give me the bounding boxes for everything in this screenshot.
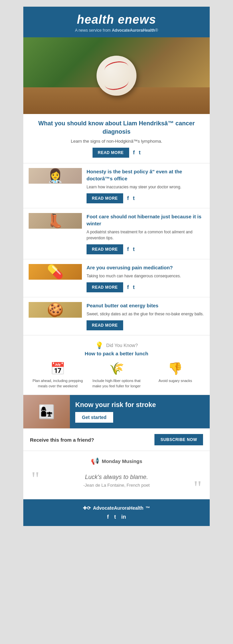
dyk-title: How to pack a better lunch [30, 351, 203, 356]
footer-linkedin-icon[interactable]: in [121, 514, 126, 520]
get-started-button[interactable]: Get started [75, 412, 113, 423]
article-desc-energy: Sweet, sticky dates act as the glue for … [87, 311, 204, 317]
header-brand: AdvocateAuroraHealth [112, 28, 155, 33]
article-item-energy: 🍪 Peanut butter oat energy bites Sweet, … [23, 297, 210, 335]
email-container: health enews A news service from Advocat… [23, 7, 210, 526]
article-thumb-energy: 🍪 [29, 302, 82, 318]
header-subtitle: A news service from AdvocateAuroraHealth… [30, 28, 203, 33]
did-you-know-section: 💡 Did You Know? How to pack a better lun… [23, 335, 210, 395]
stroke-title: Know your risk for stroke [75, 401, 204, 409]
subscribe-button[interactable]: SUBSCRIBE NOW [154, 434, 203, 445]
musings-header: 📢 Monday Musings [31, 457, 202, 465]
article-thumb-foot: 👢 [29, 213, 82, 229]
article-title-energy: Peanut butter oat energy bites [87, 302, 204, 309]
fiber-icon: 🌾 [89, 362, 144, 376]
monday-musings-section: 📢 Monday Musings " Luck's always to blam… [23, 451, 210, 499]
honesty-facebook-icon[interactable]: f [127, 195, 129, 201]
article-content-foot: Foot care should not hibernate just beca… [87, 213, 204, 254]
article-content-honesty: Honesty is the best policy â" even at th… [87, 168, 204, 203]
foot-facebook-icon[interactable]: f [127, 246, 129, 252]
main-facebook-icon[interactable]: f [133, 150, 135, 156]
stroke-banner: 👩‍👧 Know your risk for stroke Get starte… [23, 395, 210, 428]
subscribe-text: Receive this from a friend? [30, 437, 94, 443]
footer-logo-tm: ™ [145, 505, 150, 511]
main-article: What you should know about Liam Hendriks… [23, 114, 210, 163]
doctor-image-placeholder: 👩‍⚕️ [47, 168, 64, 184]
pain-twitter-icon[interactable]: t [133, 284, 134, 290]
header-subtitle-text: A news service from [75, 28, 111, 33]
main-article-subtitle: Learn the signs of non-Hodgkinâ™s lympho… [30, 139, 203, 144]
dyk-tip-text-1: Plan ahead, including prepping meals ove… [30, 378, 86, 389]
energy-image-placeholder: 🍪 [47, 302, 64, 318]
main-twitter-icon[interactable]: t [139, 150, 140, 156]
article-title-foot: Foot care should not hibernate just beca… [87, 213, 204, 227]
dyk-tip-3: 👎 Avoid sugary snacks [147, 362, 203, 389]
article-thumb-pills: 💊 [29, 264, 82, 280]
article-actions-pain: READ MORE f t [87, 282, 204, 292]
article-title-pain: Are you overusing pain medication? [87, 264, 204, 271]
dyk-tip-2: 🌾 Include high-fiber options that make y… [89, 362, 144, 389]
pain-facebook-icon[interactable]: f [127, 284, 129, 290]
article-desc-honesty: Learn how inaccuracies may steer your do… [87, 184, 204, 190]
musings-label: Monday Musings [102, 458, 142, 464]
footer-logo: ✚⟳ AdvocateAuroraHealth™ [30, 505, 203, 511]
header-tm: ® [155, 28, 158, 33]
quote-container: " Luck's always to blame. -Jean de La Fo… [31, 470, 202, 491]
dyk-tip-text-2: Include high-fiber options that make you… [89, 378, 144, 389]
calendar-icon: 📅 [30, 362, 86, 376]
header: health enews A news service from Advocat… [23, 7, 210, 37]
stroke-image: 👩‍👧 [23, 395, 70, 428]
stroke-content: Know your risk for stroke Get started [70, 396, 210, 428]
footer-twitter-icon[interactable]: t [114, 514, 116, 520]
article-desc-foot: A podiatrist shares treatment for a comm… [87, 229, 204, 241]
foot-image-placeholder: 👢 [47, 213, 64, 229]
quote-close-mark: " [194, 478, 202, 498]
footer-logo-icon: ✚⟳ [83, 505, 91, 511]
article-item-pain: 💊 Are you overusing pain medication? Tak… [23, 259, 210, 297]
megaphone-icon: 📢 [91, 457, 99, 465]
header-title: health enews [30, 13, 203, 27]
lightbulb-icon: 💡 [95, 341, 104, 349]
quote-text: Luck's always to blame. [41, 474, 192, 481]
read-more-button-honesty[interactable]: READ MORE [87, 193, 123, 203]
article-item-honesty: 👩‍⚕️ Honesty is the best policy â" even … [23, 163, 210, 208]
article-title-honesty: Honesty is the best policy â" even at th… [87, 168, 204, 182]
main-article-title: What you should know about Liam Hendriks… [30, 119, 203, 136]
dyk-tips: 📅 Plan ahead, including prepping meals o… [30, 362, 203, 389]
article-desc-pain: Taking too much can have dangerous conse… [87, 273, 204, 279]
main-article-actions: READ MORE f t [30, 148, 203, 158]
footer-social: f t in [30, 514, 203, 520]
dyk-label: Did You Know? [106, 343, 138, 348]
dyk-header: 💡 Did You Know? [30, 341, 203, 349]
footer-logo-text: AdvocateAuroraHealth [93, 505, 143, 511]
hero-image [23, 37, 210, 114]
main-read-more-button[interactable]: READ MORE [93, 148, 129, 158]
article-actions-energy: READ MORE [87, 320, 204, 330]
read-more-button-foot[interactable]: READ MORE [87, 244, 123, 254]
footer-facebook-icon[interactable]: f [107, 514, 109, 520]
article-item-foot: 👢 Foot care should not hibernate just be… [23, 208, 210, 259]
pills-image-placeholder: 💊 [47, 264, 64, 280]
quote-author: -Jean de La Fontaine, French poet [41, 483, 192, 488]
quote-open-mark: " [31, 469, 40, 489]
article-actions-honesty: READ MORE f t [87, 193, 204, 203]
stroke-image-placeholder: 👩‍👧 [38, 404, 55, 420]
thumbsdown-icon: 👎 [147, 362, 203, 376]
article-actions-foot: READ MORE f t [87, 244, 204, 254]
baseball-graphic [97, 56, 136, 96]
honesty-twitter-icon[interactable]: t [133, 195, 134, 201]
article-thumb-doctor: 👩‍⚕️ [29, 168, 82, 184]
dyk-tip-1: 📅 Plan ahead, including prepping meals o… [30, 362, 86, 389]
read-more-button-energy[interactable]: READ MORE [87, 320, 123, 330]
footer: ✚⟳ AdvocateAuroraHealth™ f t in [23, 499, 210, 526]
article-content-energy: Peanut butter oat energy bites Sweet, st… [87, 302, 204, 330]
dyk-tip-text-3: Avoid sugary snacks [147, 378, 203, 383]
subscribe-bar: Receive this from a friend? SUBSCRIBE NO… [23, 428, 210, 451]
foot-twitter-icon[interactable]: t [133, 246, 134, 252]
read-more-button-pain[interactable]: READ MORE [87, 282, 123, 292]
article-content-pain: Are you overusing pain medication? Takin… [87, 264, 204, 292]
